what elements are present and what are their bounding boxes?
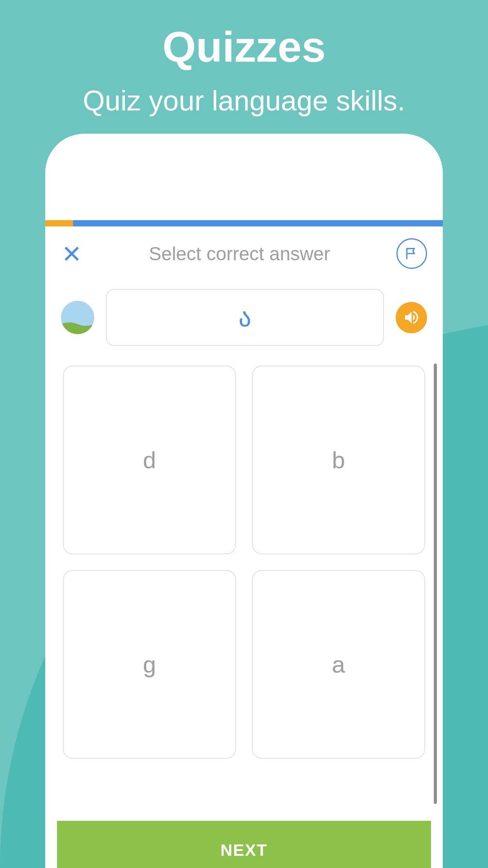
instruction-label: Select correct answer xyxy=(83,243,396,265)
progress-bar-fill xyxy=(45,220,73,226)
answers-scrollarea[interactable]: d b g a xyxy=(63,366,425,821)
answer-option-2[interactable]: g xyxy=(63,570,236,759)
close-icon xyxy=(61,243,83,265)
speaker-icon xyxy=(403,309,420,326)
flag-button[interactable] xyxy=(396,238,427,269)
next-button[interactable]: NEXT xyxy=(57,821,431,868)
progress-bar xyxy=(45,220,443,226)
answer-option-3[interactable]: a xyxy=(252,570,425,759)
flag-icon xyxy=(404,246,419,261)
language-icon[interactable] xyxy=(61,301,94,334)
phone-mockup: Select correct answer ა d b g a xyxy=(45,134,443,868)
answer-option-0[interactable]: d xyxy=(63,366,236,554)
hero-subtitle: Quiz your language skills. xyxy=(0,85,488,117)
play-sound-button[interactable] xyxy=(396,302,427,333)
hero-title: Quizzes xyxy=(0,22,488,72)
question-display: ა xyxy=(106,289,384,346)
answer-option-1[interactable]: b xyxy=(252,366,425,554)
scrollbar[interactable] xyxy=(434,364,437,804)
close-button[interactable] xyxy=(61,243,83,265)
